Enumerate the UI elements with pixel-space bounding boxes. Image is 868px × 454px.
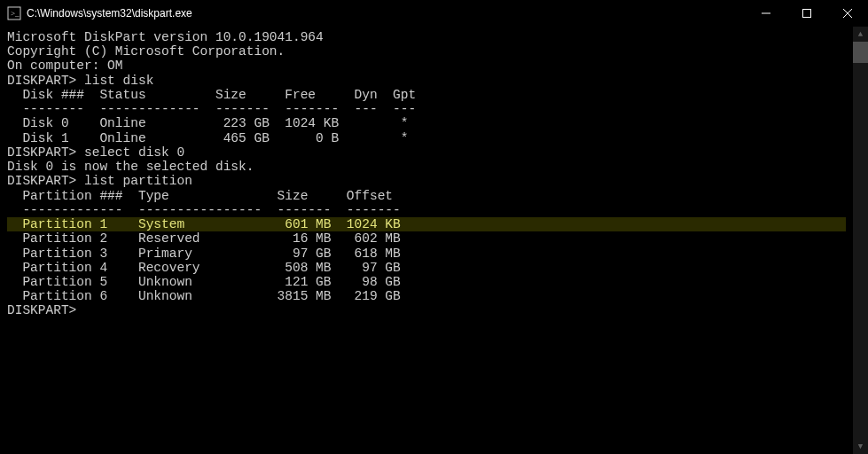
terminal-line: Copyright (C) Microsoft Corporation. bbox=[7, 44, 846, 59]
terminal-line: Partition 3 Primary 97 GB 618 MB bbox=[7, 247, 846, 261]
terminal-line: Microsoft DiskPart version 10.0.19041.96… bbox=[7, 30, 846, 44]
console-window: >_ C:\Windows\system32\diskpart.exe Micr… bbox=[0, 0, 868, 454]
terminal-line: Partition 6 Unknown 3815 MB 219 GB bbox=[7, 289, 846, 303]
minimize-button[interactable] bbox=[746, 0, 786, 27]
terminal-line: Partition 4 Recovery 508 MB 97 GB bbox=[7, 261, 846, 275]
terminal-prompt[interactable]: DISKPART> bbox=[7, 303, 846, 317]
terminal-line: On computer: OM bbox=[7, 59, 846, 73]
close-button[interactable] bbox=[827, 0, 868, 27]
terminal-line: DISKPART> list disk bbox=[7, 74, 846, 88]
terminal-line: Disk 0 Online 223 GB 1024 KB * bbox=[7, 116, 846, 130]
terminal-area: Microsoft DiskPart version 10.0.19041.96… bbox=[0, 27, 868, 454]
scroll-up-icon[interactable]: ▲ bbox=[853, 27, 868, 42]
svg-text:>_: >_ bbox=[11, 9, 20, 18]
terminal-line: DISKPART> list partition bbox=[7, 174, 846, 188]
titlebar[interactable]: >_ C:\Windows\system32\diskpart.exe bbox=[0, 0, 868, 27]
scroll-down-icon[interactable]: ▼ bbox=[853, 439, 868, 454]
terminal-line: Disk 1 Online 465 GB 0 B * bbox=[7, 131, 846, 145]
terminal-line: ------------- ---------------- ------- -… bbox=[7, 203, 846, 217]
scrollbar[interactable]: ▲ ▼ bbox=[853, 27, 868, 454]
window-title: C:\Windows\system32\diskpart.exe bbox=[27, 7, 746, 20]
maximize-button[interactable] bbox=[786, 0, 827, 27]
terminal-line: Partition 2 Reserved 16 MB 602 MB bbox=[7, 231, 846, 246]
terminal-line: Partition 5 Unknown 121 GB 98 GB bbox=[7, 275, 846, 289]
terminal-line: Partition ### Type Size Offset bbox=[7, 189, 846, 203]
terminal-line: DISKPART> select disk 0 bbox=[7, 145, 846, 160]
terminal-line: Disk ### Status Size Free Dyn Gpt bbox=[7, 88, 846, 102]
scroll-thumb[interactable] bbox=[853, 42, 868, 63]
terminal-line: -------- ------------- ------- ------- -… bbox=[7, 102, 846, 116]
window-controls bbox=[746, 0, 868, 27]
terminal-output[interactable]: Microsoft DiskPart version 10.0.19041.96… bbox=[0, 27, 853, 454]
selected-partition-row: Partition 1 System 601 MB 1024 KB bbox=[7, 217, 846, 231]
app-icon: >_ bbox=[7, 6, 21, 20]
terminal-line: Disk 0 is now the selected disk. bbox=[7, 160, 846, 174]
svg-rect-3 bbox=[803, 10, 811, 18]
